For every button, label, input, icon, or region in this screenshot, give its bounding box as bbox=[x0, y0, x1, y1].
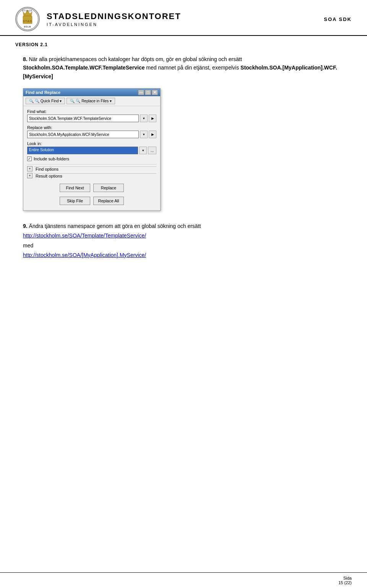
action-buttons-row1: Find Next Replace bbox=[27, 181, 156, 194]
section-8-intro: När alla projekt/namespaces och kataloge… bbox=[29, 56, 242, 62]
header-right-label: SOA SDK bbox=[324, 16, 352, 22]
look-in-select[interactable]: Entire Solution bbox=[27, 147, 138, 154]
replace-with-label: Replace with: bbox=[27, 125, 156, 130]
org-name-block: STADSLEDNINGSKONTORET IT-AVDELNINGEN bbox=[47, 11, 181, 27]
replace-in-files-btn[interactable]: 🔍 🔍 Replace in Files ▾ bbox=[67, 98, 115, 104]
section-8-text: 8. När alla projekt/namespaces och katal… bbox=[23, 55, 344, 81]
replace-with-action[interactable]: ▶ bbox=[149, 131, 156, 138]
dialog-title: Find and Replace bbox=[26, 90, 60, 95]
find-options-label: Find options bbox=[34, 166, 156, 171]
footer-page-info: Sida 15 (22) bbox=[338, 576, 352, 585]
section-8-bold1: Stockholm.SOA.Template.WCF.TemplateServi… bbox=[23, 65, 145, 71]
close-btn[interactable]: ✕ bbox=[152, 90, 158, 95]
org-subtitle: IT-AVDELNINGEN bbox=[47, 22, 181, 27]
dialog-toolbar: 🔍 🔍 Quick Find ▾ 🔍 🔍 Replace in Files ▾ bbox=[23, 96, 160, 106]
svg-text:HOLM: HOLM bbox=[24, 26, 31, 28]
sida-label: Sida bbox=[343, 576, 352, 580]
replace-all-button[interactable]: Replace All bbox=[93, 197, 124, 205]
quick-find-btn[interactable]: 🔍 🔍 Quick Find ▾ bbox=[26, 98, 65, 104]
section-9-intro: Ändra tjänstens namespace genom att göra… bbox=[29, 223, 201, 229]
maximize-btn[interactable]: □ bbox=[145, 90, 151, 95]
quick-find-label: 🔍 Quick Find ▾ bbox=[35, 99, 62, 103]
find-what-input[interactable] bbox=[27, 115, 139, 122]
section-8-number: 8. bbox=[23, 56, 28, 62]
replace-button[interactable]: Replace bbox=[93, 184, 124, 192]
logo-area: STAD STOCK HOLM STADSLEDNINGSKONTORET IT… bbox=[15, 7, 181, 31]
main-content: 8. När alla projekt/namespaces och katal… bbox=[0, 50, 367, 275]
action-buttons-row2: Skip File Replace All bbox=[27, 194, 156, 207]
find-next-button[interactable]: Find Next bbox=[60, 184, 90, 192]
version-bar: VERSION 2.1 bbox=[0, 36, 367, 50]
look-in-row: Entire Solution ▾ ... bbox=[27, 147, 156, 154]
replace-icon: 🔍 bbox=[70, 99, 75, 103]
include-subfolders-checkbox[interactable]: ✓ bbox=[27, 157, 32, 161]
result-options-label: Result options bbox=[34, 173, 156, 178]
find-options-row: + Find options bbox=[27, 166, 156, 171]
section-9-med: med bbox=[23, 242, 33, 249]
svg-text:STAD: STAD bbox=[23, 19, 32, 23]
look-in-browse[interactable]: ... bbox=[148, 147, 156, 154]
section-8-mid: med namnet på din etjänst, exempelvis bbox=[146, 65, 240, 71]
section-8-block: 8. När alla projekt/namespaces och katal… bbox=[23, 55, 344, 211]
skip-file-button[interactable]: Skip File bbox=[60, 197, 90, 205]
find-what-action[interactable]: ▶ bbox=[149, 115, 156, 122]
section-9-block: 9. Ändra tjänstens namespace genom att g… bbox=[23, 221, 344, 260]
result-options-expand-btn[interactable]: + bbox=[27, 173, 32, 178]
quick-find-icon: 🔍 bbox=[29, 99, 34, 103]
section-9-number: 9. bbox=[23, 223, 28, 229]
find-what-row: ▾ ▶ bbox=[27, 115, 156, 122]
section-9-text: 9. Ändra tjänstens namespace genom att g… bbox=[23, 221, 344, 260]
dialog-screenshot: Find and Replace — □ ✕ 🔍 🔍 Quick Find ▾ … bbox=[23, 88, 344, 211]
org-title: STADSLEDNINGSKONTORET bbox=[47, 11, 181, 21]
page-header: STAD STOCK HOLM STADSLEDNINGSKONTORET IT… bbox=[0, 0, 367, 36]
replace-with-dropdown[interactable]: ▾ bbox=[140, 131, 148, 138]
svg-text:STOCK: STOCK bbox=[22, 10, 32, 12]
find-replace-dialog: Find and Replace — □ ✕ 🔍 🔍 Quick Find ▾ … bbox=[23, 88, 161, 211]
section-9-link1[interactable]: http://stockholm.se/SOA/Template/Templat… bbox=[23, 233, 146, 239]
page-footer: Sida 15 (22) bbox=[0, 572, 367, 588]
titlebar-buttons: — □ ✕ bbox=[138, 90, 158, 95]
look-in-dropdown[interactable]: ▾ bbox=[139, 147, 147, 154]
logo-icon: STAD STOCK HOLM bbox=[15, 7, 40, 31]
page-number: 15 (22) bbox=[338, 580, 352, 585]
dialog-titlebar: Find and Replace — □ ✕ bbox=[23, 89, 160, 96]
dialog-body: Find what: ▾ ▶ Replace with: ▾ ▶ Look in bbox=[23, 106, 160, 210]
look-in-label: Look in: bbox=[27, 141, 156, 146]
find-options-expand-btn[interactable]: + bbox=[27, 166, 32, 171]
replace-in-files-label: 🔍 Replace in Files ▾ bbox=[76, 99, 112, 103]
minimize-btn[interactable]: — bbox=[138, 90, 144, 95]
section-9-link2[interactable]: http://stockholm.se/SOA/[MyApplication].… bbox=[23, 252, 146, 258]
find-what-label: Find what: bbox=[27, 109, 156, 114]
replace-with-row: ▾ ▶ bbox=[27, 131, 156, 138]
include-subfolders-row: ✓ Include sub-folders bbox=[27, 157, 156, 161]
find-what-dropdown[interactable]: ▾ bbox=[140, 115, 148, 122]
version-label: VERSION 2.1 bbox=[15, 42, 48, 47]
replace-with-input[interactable] bbox=[27, 131, 139, 138]
result-options-row: + Result options bbox=[27, 173, 156, 178]
include-subfolders-label: Include sub-folders bbox=[34, 157, 69, 161]
